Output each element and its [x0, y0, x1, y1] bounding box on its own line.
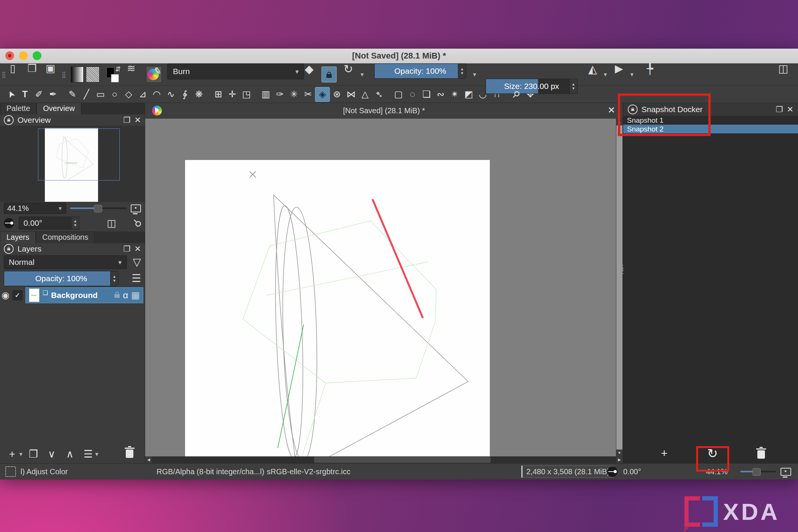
polygon-tool[interactable]: ◇: [122, 87, 136, 101]
layer-opacity-spin-buttons[interactable]: ▲▼: [110, 271, 118, 286]
foreground-background-colors[interactable]: ⇵: [106, 66, 120, 82]
fit-to-view-icon[interactable]: [131, 204, 141, 212]
mirror-vertical-icon[interactable]: ◭: [588, 63, 597, 86]
float-docker-icon[interactable]: ❐: [124, 116, 131, 125]
opacity-spin-buttons[interactable]: ▲▼: [458, 64, 466, 78]
reload-preset-icon[interactable]: ↻: [344, 63, 353, 86]
transform-tool[interactable]: ⊞: [211, 87, 225, 101]
close-window-button[interactable]: [5, 51, 14, 60]
move-layer-down-button[interactable]: ∨: [43, 448, 60, 460]
canvas-view[interactable]: ▲ ▼: [145, 119, 623, 456]
toolbar-drag-handle[interactable]: ⣿: [62, 63, 65, 86]
vertical-scroll-thumb[interactable]: [616, 125, 622, 450]
canvas-page[interactable]: [185, 160, 490, 456]
scroll-right-icon[interactable]: ▶: [616, 456, 623, 463]
selection-mode-icon[interactable]: [5, 466, 16, 477]
fit-screen-icon[interactable]: [781, 468, 791, 476]
line-tool[interactable]: ╱: [79, 87, 93, 101]
snapshot-item-2[interactable]: Snapshot 2: [623, 125, 798, 133]
chevron-down-icon[interactable]: ▼: [94, 451, 100, 457]
canvas-vertical-scrollbar[interactable]: ▲ ▼: [616, 119, 623, 456]
freehand-path-tool[interactable]: ∿: [164, 87, 178, 101]
save-document-icon[interactable]: ▣: [46, 63, 55, 86]
workspace-chooser-icon[interactable]: ◫: [778, 63, 788, 86]
tab-palette[interactable]: Palette: [0, 103, 36, 114]
toolbar-drag-handle[interactable]: ⣿: [2, 63, 5, 86]
status-zoom-value[interactable]: 44.1%: [706, 464, 728, 480]
float-docker-icon[interactable]: ❐: [776, 105, 783, 114]
assistants-tool[interactable]: ⋈: [344, 87, 358, 101]
chevron-down-icon[interactable]: ▼: [603, 63, 608, 86]
enclose-fill-tool[interactable]: ⊛: [330, 87, 344, 101]
filter-layers-icon[interactable]: ▽: [133, 257, 141, 268]
ellipse-select-tool[interactable]: ◌: [405, 87, 420, 101]
background-color[interactable]: [111, 74, 119, 82]
close-docker-icon[interactable]: ✕: [787, 105, 793, 114]
freehand-brush-tool[interactable]: ✎: [65, 87, 79, 101]
edit-shapes-tool[interactable]: ✐: [32, 87, 46, 101]
mirror-horizontal-icon[interactable]: ▶: [615, 63, 623, 86]
measure-tool[interactable]: △: [358, 87, 372, 101]
pin-icon[interactable]: ⚲: [131, 217, 144, 229]
bezier-curve-tool[interactable]: ◠: [150, 87, 164, 101]
fill-tool[interactable]: ◈: [315, 87, 330, 102]
scroll-down-icon[interactable]: ▼: [616, 450, 623, 456]
brush-preset-tile[interactable]: ✎: [146, 66, 162, 83]
preserve-alpha-button[interactable]: [321, 66, 337, 82]
docker-lock-icon[interactable]: [628, 104, 638, 114]
layer-menu-icon[interactable]: ☰: [131, 273, 141, 284]
layer-checkbox[interactable]: ✓: [13, 290, 22, 300]
minimize-window-button[interactable]: [19, 51, 28, 60]
scroll-up-icon[interactable]: ▲: [616, 119, 623, 125]
open-document-icon[interactable]: ❒: [27, 63, 36, 86]
docker-splitter-handle[interactable]: ⋮⋮: [619, 266, 626, 273]
chevron-down-icon[interactable]: ▼: [359, 63, 365, 86]
snapshot-item-1[interactable]: Snapshot 1: [623, 116, 798, 125]
smart-patch-tool[interactable]: ✂: [301, 87, 315, 101]
chevron-down-icon[interactable]: ▼: [18, 451, 24, 457]
layer-row-background[interactable]: ❏ Background α ▦: [25, 287, 143, 303]
scroll-left-icon[interactable]: ◀: [145, 456, 152, 463]
select-shapes-tool[interactable]: ➤: [2, 85, 20, 103]
trim-canvas-icon[interactable]: ╄: [647, 63, 653, 86]
horizontal-scroll-thumb[interactable]: [314, 457, 491, 463]
colorize-mask-tool[interactable]: ✳: [287, 87, 301, 101]
gradient-tool[interactable]: ▥: [259, 87, 273, 101]
float-docker-icon[interactable]: ❐: [124, 244, 131, 253]
layer-lock-icon[interactable]: [114, 294, 120, 298]
create-snapshot-button[interactable]: +: [656, 445, 673, 462]
size-spin-buttons[interactable]: ▲▼: [569, 79, 577, 93]
duplicate-layer-button[interactable]: ❐: [25, 448, 42, 460]
status-rotation-value[interactable]: 0.00°: [623, 464, 641, 480]
pattern-swatch[interactable]: [86, 66, 100, 82]
move-tool[interactable]: ✛: [225, 87, 239, 101]
overview-viewport-rect[interactable]: [38, 128, 120, 180]
move-layer-up-button[interactable]: ∧: [62, 448, 78, 460]
rotation-spin-buttons[interactable]: ▲▼: [71, 217, 79, 229]
brush-preset-dropdown[interactable]: Burn ▼: [167, 63, 304, 79]
remove-snapshot-button[interactable]: [752, 445, 770, 462]
brush-settings-icon[interactable]: ≋: [127, 63, 136, 86]
opacity-slider[interactable]: Opacity: 100% ▲▼: [374, 63, 466, 79]
status-zoom-slider[interactable]: [740, 471, 776, 472]
calligraphy-tool[interactable]: ✒: [46, 87, 60, 101]
reference-images-tool[interactable]: ➴: [372, 87, 386, 101]
color-select-tool[interactable]: ◩: [462, 87, 476, 101]
chevron-down-icon[interactable]: ▼: [472, 63, 477, 86]
zoom-slider[interactable]: [70, 207, 127, 209]
close-docker-icon[interactable]: ✕: [134, 116, 141, 125]
polygon-select-tool[interactable]: ❏: [420, 87, 434, 101]
layer-visibility-eye-icon[interactable]: ◉: [2, 291, 10, 300]
close-canvas-icon[interactable]: ✕: [608, 105, 615, 116]
polyline-tool[interactable]: ⊿: [136, 87, 150, 101]
similar-select-tool[interactable]: ✴: [448, 87, 462, 101]
docker-lock-icon[interactable]: [4, 244, 14, 254]
switch-to-snapshot-button[interactable]: ↻ !: [704, 445, 721, 462]
docker-lock-icon[interactable]: [4, 115, 14, 125]
zoom-level-dropdown[interactable]: 44.1% ▼: [4, 203, 66, 214]
canvas-horizontal-scrollbar[interactable]: ◀ ▶: [145, 456, 623, 463]
new-document-icon[interactable]: ▯: [10, 63, 16, 86]
text-tool[interactable]: T: [18, 87, 32, 101]
mirror-view-icon[interactable]: ◫: [107, 218, 116, 228]
delete-layer-button[interactable]: [126, 447, 133, 459]
